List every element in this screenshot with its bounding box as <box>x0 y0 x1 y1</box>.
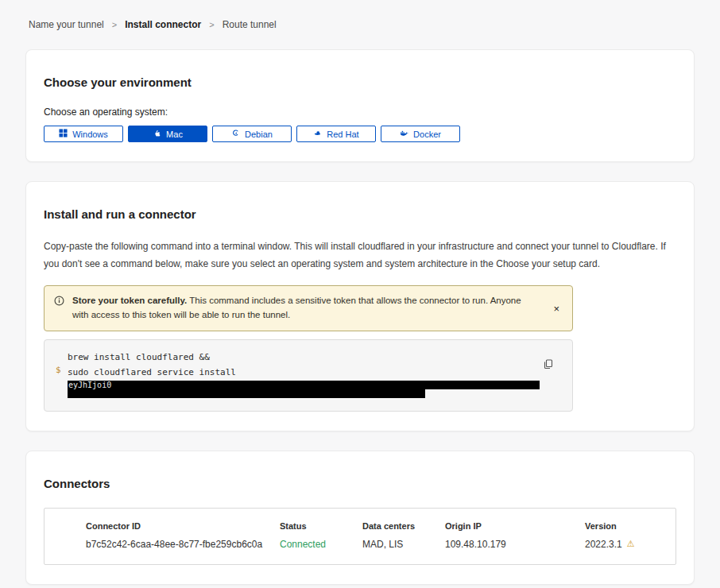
connectors-card: Connectors Connector ID Status Data cent… <box>25 451 695 585</box>
connector-id-cell: b7c52c42-6caa-48ee-8c77-fbe259cb6c0a <box>86 539 280 550</box>
os-button-row: Windows Mac Debian Red Hat Docker <box>44 126 676 142</box>
command-line-1: brew install cloudflared && <box>68 350 548 365</box>
windows-icon <box>59 129 68 139</box>
breadcrumb-separator: > <box>209 20 214 29</box>
breadcrumb-step-install-connector[interactable]: Install connector <box>125 19 201 30</box>
os-button-label: Docker <box>413 130 441 139</box>
origin-ip-cell: 109.48.10.179 <box>445 539 585 550</box>
connectors-table: Connector ID Status Data centers Origin … <box>44 508 676 565</box>
os-button-label: Mac <box>166 130 183 139</box>
column-header-version: Version <box>585 521 663 531</box>
install-connector-card: Install and run a connector Copy-paste t… <box>25 181 695 431</box>
apple-icon <box>153 129 161 139</box>
version-cell: 2022.3.1 ⚠ <box>585 539 663 550</box>
os-button-label: Windows <box>72 130 108 139</box>
redhat-icon <box>313 129 322 139</box>
table-header-row: Connector ID Status Data centers Origin … <box>86 521 663 531</box>
breadcrumb-separator: > <box>112 20 117 29</box>
environment-card-title: Choose your environment <box>44 75 676 89</box>
shell-prompt: $ <box>56 350 61 398</box>
os-button-mac[interactable]: Mac <box>128 126 207 142</box>
connectors-card-title: Connectors <box>44 477 676 490</box>
column-header-status: Status <box>280 521 362 531</box>
os-select-label: Choose an operating system: <box>44 106 676 118</box>
debian-icon <box>231 129 240 139</box>
close-icon[interactable]: × <box>550 302 563 315</box>
warning-icon: ⚠ <box>627 540 635 548</box>
docker-icon <box>400 129 408 139</box>
token-warning-lead: Store your token carefully. <box>72 296 187 305</box>
os-button-redhat[interactable]: Red Hat <box>296 126 376 142</box>
install-command-block: $ brew install cloudflared && sudo cloud… <box>44 339 573 412</box>
redacted-token: eyJhIjoi0 <box>68 381 548 398</box>
breadcrumb-step-name-your-tunnel[interactable]: Name your tunnel <box>29 19 104 30</box>
command-line-2: sudo cloudflared service install <box>68 365 548 380</box>
os-button-label: Debian <box>245 130 273 139</box>
os-button-debian[interactable]: Debian <box>212 126 292 142</box>
token-warning-banner: Store your token carefully. This command… <box>44 285 573 331</box>
version-value: 2022.3.1 <box>585 539 622 550</box>
breadcrumb: Name your tunnel > Install connector > R… <box>0 0 720 49</box>
status-badge: Connected <box>280 539 362 550</box>
os-button-windows[interactable]: Windows <box>44 126 123 142</box>
install-card-title: Install and run a connector <box>44 207 676 221</box>
os-button-docker[interactable]: Docker <box>381 126 460 142</box>
info-icon <box>54 296 64 306</box>
copy-icon <box>543 359 553 369</box>
os-button-label: Red Hat <box>327 130 358 139</box>
token-prefix: eyJhIjoi0 <box>68 381 111 389</box>
environment-card: Choose your environment Choose an operat… <box>25 49 695 162</box>
redaction-bar <box>68 389 425 398</box>
column-header-data-centers: Data centers <box>362 521 445 531</box>
breadcrumb-step-route-tunnel[interactable]: Route tunnel <box>223 19 277 30</box>
install-instructions: Copy-paste the following command into a … <box>44 238 676 273</box>
token-warning-text: Store your token carefully. This command… <box>72 294 537 323</box>
table-row: b7c52c42-6caa-48ee-8c77-fbe259cb6c0a Con… <box>86 539 663 550</box>
column-header-origin-ip: Origin IP <box>445 521 585 531</box>
redaction-bar: eyJhIjoi0 <box>68 381 540 389</box>
copy-command-button[interactable] <box>541 358 555 371</box>
data-centers-cell: MAD, LIS <box>362 539 445 550</box>
column-header-connector-id: Connector ID <box>86 521 280 531</box>
